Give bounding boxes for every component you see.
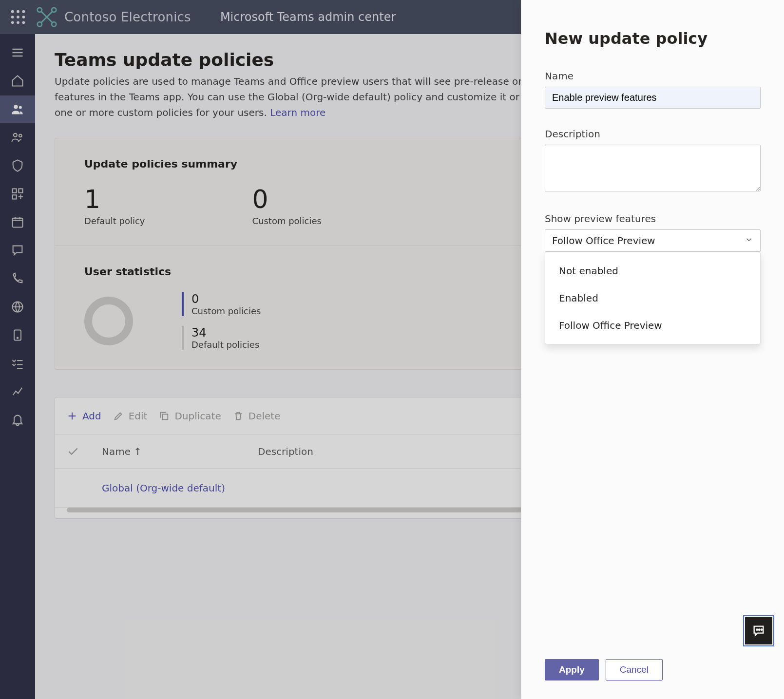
option-follow-office-preview[interactable]: Follow Office Preview: [545, 312, 760, 339]
preview-features-selected: Follow Office Preview: [552, 235, 655, 246]
left-nav-rail: [0, 34, 35, 699]
home-icon[interactable]: [0, 67, 35, 94]
product-name: Microsoft Teams admin center: [220, 10, 396, 24]
svg-point-13: [14, 105, 18, 109]
teams-icon[interactable]: [0, 95, 35, 123]
svg-point-26: [759, 629, 760, 630]
edit-button[interactable]: Edit: [113, 410, 148, 422]
messaging-icon[interactable]: [0, 237, 35, 264]
svg-point-8: [22, 21, 25, 24]
svg-point-14: [19, 106, 22, 109]
policy-packages-icon[interactable]: [0, 321, 35, 349]
chat-help-icon[interactable]: [745, 617, 772, 644]
svg-point-5: [22, 16, 25, 19]
duplicate-button[interactable]: Duplicate: [159, 410, 221, 422]
users-icon[interactable]: [0, 124, 35, 151]
description-input[interactable]: [545, 145, 761, 191]
column-header-name[interactable]: Name ↑: [102, 446, 258, 457]
svg-point-1: [17, 10, 19, 13]
apply-button[interactable]: Apply: [545, 659, 599, 680]
svg-point-6: [11, 21, 14, 24]
option-enabled[interactable]: Enabled: [545, 284, 760, 312]
policy-name-link[interactable]: Global (Org-wide default): [102, 482, 225, 494]
apps-icon[interactable]: [0, 180, 35, 208]
notifications-icon[interactable]: [0, 406, 35, 434]
chevron-down-icon: [745, 235, 753, 246]
default-policy-label: Default policy: [84, 216, 145, 226]
default-policy-count: 1: [84, 185, 145, 214]
user-custom-count: 0: [191, 292, 261, 306]
page-description: Update policies are used to manage Teams…: [55, 74, 566, 120]
svg-point-12: [52, 22, 56, 26]
brand: Contoso Electronics: [36, 6, 191, 28]
preview-features-select[interactable]: Follow Office Preview: [545, 229, 761, 252]
svg-point-16: [19, 134, 22, 137]
calendar-icon[interactable]: [0, 208, 35, 236]
custom-policy-label: Custom policies: [252, 216, 321, 226]
locations-icon[interactable]: [0, 293, 35, 321]
cancel-button[interactable]: Cancel: [606, 659, 663, 680]
user-default-count: 34: [191, 326, 261, 340]
app-launcher-icon[interactable]: [10, 9, 26, 25]
learn-more-link[interactable]: Learn more: [270, 107, 325, 118]
preview-features-dropdown: Not enabled Enabled Follow Office Previe…: [545, 252, 761, 344]
svg-point-9: [38, 8, 42, 12]
svg-rect-24: [163, 414, 168, 419]
svg-point-27: [761, 629, 762, 630]
select-all-checkbox[interactable]: [67, 445, 102, 458]
preview-features-label: Show preview features: [545, 213, 761, 225]
svg-point-7: [17, 21, 19, 24]
svg-rect-17: [13, 189, 17, 193]
svg-point-10: [52, 8, 56, 12]
option-not-enabled[interactable]: Not enabled: [545, 257, 760, 284]
brand-name: Contoso Electronics: [64, 10, 191, 24]
brand-logo-icon: [36, 6, 57, 28]
svg-point-2: [22, 10, 25, 13]
svg-point-25: [756, 629, 757, 630]
name-input[interactable]: [545, 87, 761, 109]
devices-icon[interactable]: [0, 152, 35, 179]
svg-point-0: [11, 10, 14, 13]
delete-button[interactable]: Delete: [233, 410, 281, 422]
voice-icon[interactable]: [0, 265, 35, 292]
svg-rect-20: [13, 218, 23, 227]
svg-point-4: [17, 16, 19, 19]
user-default-label: Default policies: [191, 340, 261, 350]
new-policy-panel: New update policy Name Description Show …: [521, 0, 784, 699]
analytics-icon[interactable]: [0, 378, 35, 405]
column-header-description[interactable]: Description: [258, 446, 313, 457]
svg-point-11: [38, 22, 42, 26]
add-button[interactable]: Add: [67, 410, 101, 422]
custom-policy-count: 0: [252, 185, 321, 214]
donut-chart: [84, 297, 133, 345]
panel-title: New update policy: [545, 29, 761, 48]
user-custom-label: Custom policies: [191, 306, 261, 316]
svg-point-23: [17, 338, 18, 339]
description-label: Description: [545, 128, 761, 140]
svg-point-15: [14, 133, 17, 137]
name-label: Name: [545, 70, 761, 82]
svg-point-3: [11, 16, 14, 19]
svg-rect-19: [13, 195, 17, 199]
planning-icon[interactable]: [0, 350, 35, 377]
menu-icon[interactable]: [0, 39, 35, 66]
svg-rect-18: [19, 189, 22, 193]
